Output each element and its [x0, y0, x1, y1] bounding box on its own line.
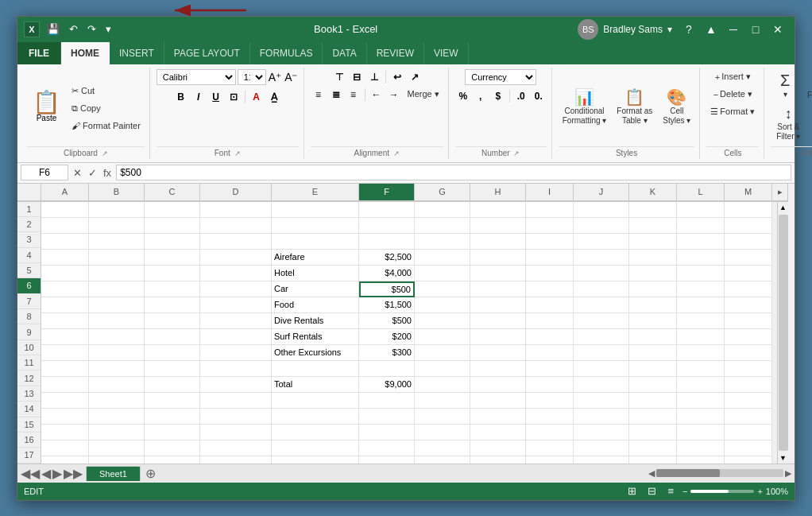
cell-e12[interactable]: Total [272, 377, 359, 393]
cell-m10[interactable] [725, 345, 772, 361]
cell-k6[interactable] [629, 281, 677, 297]
cell-c10[interactable] [145, 345, 200, 361]
cell-i5[interactable] [526, 266, 574, 281]
formula-input[interactable] [116, 165, 791, 180]
cell-c14[interactable] [145, 409, 200, 425]
cell-l5[interactable] [677, 266, 725, 281]
cell-g8[interactable] [415, 313, 470, 329]
cell-f6[interactable]: $500 [359, 281, 415, 297]
cell-i1[interactable] [526, 202, 574, 218]
font-color-button[interactable]: A̲ [266, 89, 282, 105]
cell-h10[interactable] [470, 345, 526, 361]
cell-f1[interactable] [359, 202, 415, 218]
cell-b3[interactable] [89, 234, 145, 250]
cell-d15[interactable] [200, 425, 272, 440]
col-header-k[interactable]: K [629, 184, 677, 201]
cell-m8[interactable] [725, 313, 772, 329]
cell-d14[interactable] [200, 409, 272, 425]
cell-a8[interactable] [41, 313, 89, 329]
tab-insert[interactable]: INSERT [110, 42, 164, 64]
cell-a16[interactable] [41, 440, 89, 456]
number-format-select[interactable]: Currency [465, 69, 536, 85]
help-button[interactable]: ? [679, 19, 699, 40]
row-header-2[interactable]: 2 [17, 217, 41, 232]
cell-j4[interactable] [574, 250, 629, 266]
cell-d4[interactable] [200, 250, 272, 266]
decrease-indent-button[interactable]: ← [369, 87, 385, 103]
cell-j6[interactable] [574, 281, 629, 297]
page-break-view-button[interactable]: ≡ [665, 484, 676, 498]
row-header-9[interactable]: 9 [17, 324, 41, 339]
cell-j5[interactable] [574, 266, 629, 281]
insert-button[interactable]: + Insert ▾ [711, 69, 755, 85]
sheet-nav-prev-button[interactable]: ◀ [41, 466, 51, 481]
cell-l11[interactable] [677, 361, 725, 377]
cell-j16[interactable] [574, 440, 629, 456]
autosum-button[interactable]: Σ ▾ [771, 69, 799, 101]
hscroll-thumb[interactable] [656, 469, 720, 477]
cell-e7[interactable]: Food [272, 297, 359, 313]
row-header-6[interactable]: 6 [17, 278, 41, 293]
cell-m17[interactable] [725, 456, 772, 464]
maximize-button[interactable]: □ [745, 19, 766, 40]
clipboard-expand-icon[interactable]: ↗ [102, 149, 108, 157]
row-header-11[interactable]: 11 [17, 355, 41, 371]
cell-f4[interactable]: $2,500 [359, 250, 415, 266]
cell-l2[interactable] [677, 218, 725, 234]
row-header-8[interactable]: 8 [17, 309, 41, 324]
user-dropdown-icon[interactable]: ▾ [667, 24, 672, 35]
increase-decimal-button[interactable]: .0 [513, 88, 529, 104]
cell-i14[interactable] [526, 409, 574, 425]
col-header-m[interactable]: M [725, 184, 772, 201]
cell-j13[interactable] [574, 393, 629, 409]
cell-c2[interactable] [145, 218, 200, 234]
cell-d13[interactable] [200, 393, 272, 409]
cell-d6[interactable] [200, 281, 272, 297]
cell-m7[interactable] [725, 297, 772, 313]
col-header-e[interactable]: E [272, 184, 359, 201]
tab-data[interactable]: DATA [323, 42, 366, 64]
tab-view[interactable]: VIEW [424, 42, 469, 64]
cell-d3[interactable] [200, 234, 272, 250]
cell-e14[interactable] [272, 409, 359, 425]
cell-g1[interactable] [415, 202, 470, 218]
cell-b16[interactable] [89, 440, 145, 456]
cell-k8[interactable] [629, 313, 677, 329]
cell-c4[interactable] [145, 250, 200, 266]
cell-f9[interactable]: $200 [359, 329, 415, 345]
cell-f13[interactable] [359, 393, 415, 409]
cell-h17[interactable] [470, 456, 526, 464]
cell-e8[interactable]: Dive Rentals [272, 313, 359, 329]
cell-b17[interactable] [89, 456, 145, 464]
scroll-down-button[interactable]: ▼ [778, 452, 788, 464]
cell-c16[interactable] [145, 440, 200, 456]
cell-l1[interactable] [677, 202, 725, 218]
cell-i13[interactable] [526, 393, 574, 409]
vertical-scrollbar[interactable]: ▲ ▼ [777, 202, 788, 464]
cell-j10[interactable] [574, 345, 629, 361]
ribbon-toggle-button[interactable]: ▲ [701, 19, 721, 40]
col-header-b[interactable]: B [89, 184, 145, 201]
cell-k14[interactable] [629, 409, 677, 425]
cell-k7[interactable] [629, 297, 677, 313]
cell-l6[interactable] [677, 281, 725, 297]
cell-l13[interactable] [677, 393, 725, 409]
cell-i2[interactable] [526, 218, 574, 234]
cell-e5[interactable]: Hotel [272, 266, 359, 281]
cell-b13[interactable] [89, 393, 145, 409]
save-button[interactable]: 💾 [44, 21, 62, 37]
cell-h3[interactable] [470, 234, 526, 250]
cell-d9[interactable] [200, 329, 272, 345]
cell-f7[interactable]: $1,500 [359, 297, 415, 313]
cell-h12[interactable] [470, 377, 526, 393]
cell-g17[interactable] [415, 456, 470, 464]
cell-b7[interactable] [89, 297, 145, 313]
cell-c5[interactable] [145, 266, 200, 281]
cell-d17[interactable] [200, 456, 272, 464]
cell-g11[interactable] [415, 361, 470, 377]
cell-m14[interactable] [725, 409, 772, 425]
alignment-expand-icon[interactable]: ↗ [393, 149, 400, 157]
align-left-button[interactable]: ≡ [311, 87, 327, 103]
italic-button[interactable]: I [191, 89, 207, 105]
cell-e1[interactable] [272, 202, 359, 218]
